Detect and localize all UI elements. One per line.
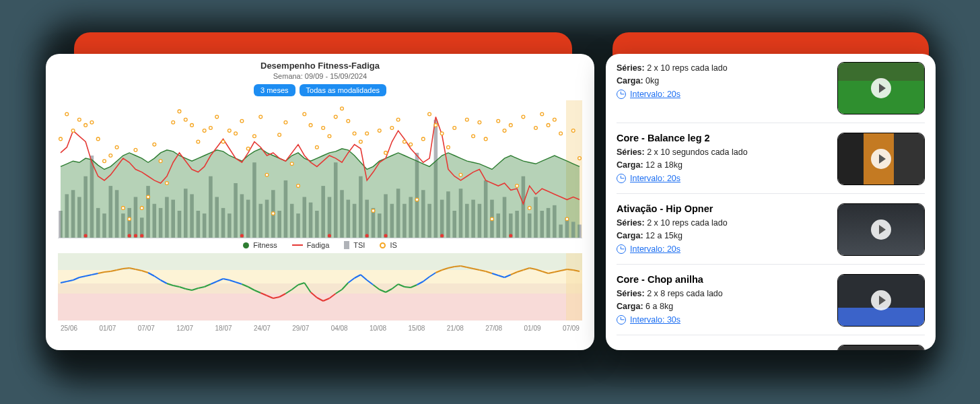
svg-rect-182	[58, 283, 582, 294]
exercise-item: Ativação - Hip OpnerSéries: 2 x 10 reps …	[617, 193, 925, 264]
interval-text: Intervalo: 20s	[630, 244, 680, 254]
svg-point-171	[134, 234, 137, 237]
fitness-fatigue-card: Desempenho Fitness-Fadiga Semana: 09/09 …	[46, 54, 594, 350]
svg-point-110	[215, 115, 219, 119]
series-label: Séries:	[617, 218, 645, 228]
exercise-title: Core - Balance leg 2	[617, 133, 828, 143]
svg-point-154	[491, 217, 494, 221]
svg-point-156	[503, 129, 506, 133]
svg-point-172	[140, 234, 143, 237]
x-tick: 27/08	[485, 325, 502, 332]
svg-point-162	[540, 112, 544, 116]
interval-link[interactable]: Intervalo: 20s	[617, 244, 828, 254]
svg-point-152	[478, 121, 481, 124]
svg-point-118	[265, 173, 269, 176]
svg-point-96	[128, 217, 131, 221]
svg-point-147	[447, 145, 450, 149]
exercise-video-thumb[interactable]	[837, 62, 925, 114]
exercise-video-thumb[interactable]	[837, 345, 925, 350]
svg-point-94	[115, 145, 118, 149]
chart-subtitle: Semana: 09/09 - 15/09/2024	[58, 72, 582, 80]
svg-point-150	[465, 118, 468, 121]
svg-point-131	[347, 119, 350, 123]
series-value: 2 x 8 reps cada lado	[647, 289, 723, 298]
svg-point-151	[472, 135, 475, 138]
exercise-item: Core - Chop anilhaSéries: 2 x 8 reps cad…	[617, 264, 925, 335]
x-tick: 25/06	[61, 325, 77, 332]
exercise-list-card: Séries: 2 x 10 reps cada ladoCarga: 0kgI…	[606, 54, 936, 350]
exercise-video-thumb[interactable]	[837, 203, 925, 256]
svg-point-101	[159, 160, 162, 163]
svg-point-115	[246, 147, 250, 150]
filter-modalities-chip[interactable]: Todas as modalidades	[300, 84, 386, 96]
svg-point-86	[65, 112, 69, 116]
svg-point-142	[415, 198, 419, 201]
svg-point-109	[209, 127, 213, 130]
svg-point-93	[109, 154, 112, 158]
interval-link[interactable]: Intervalo: 20s	[617, 90, 828, 99]
series-label: Séries:	[617, 147, 645, 157]
interval-link[interactable]: Intervalo: 30s	[617, 315, 828, 325]
filter-range-chip[interactable]: 3 meses	[254, 84, 295, 96]
svg-rect-183	[58, 294, 582, 321]
svg-point-129	[334, 115, 337, 119]
exercise-video-thumb[interactable]	[837, 133, 925, 185]
x-tick: 01/07	[99, 325, 116, 332]
svg-point-106	[190, 124, 194, 127]
x-tick: 10/08	[370, 325, 386, 332]
exercise-video-thumb[interactable]	[837, 274, 925, 327]
svg-point-120	[278, 133, 281, 137]
svg-point-157	[509, 124, 512, 127]
svg-point-166	[565, 217, 569, 221]
svg-point-132	[353, 132, 356, 135]
svg-point-85	[59, 137, 63, 141]
carga-label: Carga:	[617, 76, 643, 86]
svg-point-112	[228, 129, 231, 133]
svg-point-137	[384, 152, 388, 155]
svg-point-165	[559, 132, 563, 135]
svg-point-125	[309, 124, 312, 127]
carga-label: Carga:	[617, 160, 643, 170]
svg-point-88	[77, 118, 81, 121]
svg-point-173	[240, 234, 244, 237]
svg-point-123	[297, 184, 300, 188]
svg-point-126	[315, 145, 318, 149]
exercise-title: Ativação - Hip Opner	[617, 203, 828, 214]
svg-point-113	[234, 132, 238, 135]
svg-point-158	[516, 184, 519, 188]
svg-point-155	[497, 119, 500, 123]
svg-point-153	[484, 137, 487, 141]
svg-line-192	[104, 271, 110, 272]
svg-point-102	[166, 182, 169, 185]
svg-point-108	[203, 129, 206, 133]
svg-point-168	[578, 157, 582, 160]
svg-point-105	[184, 118, 187, 121]
svg-point-107	[197, 140, 200, 143]
exercise-title: Core - Chop anilha	[617, 274, 828, 285]
svg-point-124	[303, 112, 306, 116]
svg-point-160	[528, 207, 531, 210]
exercise-item: Core - Balance leg 2Séries: 2 x 10 segun…	[617, 123, 925, 193]
svg-point-148	[453, 127, 456, 130]
svg-point-104	[178, 110, 181, 113]
x-axis-ticks: 25/0601/0707/0712/0718/0724/0729/0704/08…	[58, 325, 582, 332]
svg-point-143	[421, 137, 425, 141]
chart-legend: Fitness Fadiga TSI IS	[58, 241, 582, 249]
svg-point-127	[322, 127, 325, 130]
x-tick: 07/09	[563, 325, 580, 332]
svg-point-87	[71, 129, 75, 133]
svg-point-159	[522, 115, 525, 119]
svg-point-92	[103, 160, 106, 163]
interval-link[interactable]: Intervalo: 20s	[617, 174, 828, 183]
svg-point-176	[384, 234, 387, 237]
svg-point-167	[571, 129, 575, 133]
svg-point-91	[96, 137, 100, 141]
chart-header: Desempenho Fitness-Fadiga Semana: 09/09 …	[58, 61, 582, 96]
svg-point-163	[547, 124, 550, 127]
chart-title: Desempenho Fitness-Fadiga	[58, 61, 582, 71]
carga-value: 12 a 18kg	[645, 160, 682, 170]
legend-is: IS	[390, 241, 396, 249]
x-tick: 24/07	[254, 325, 271, 332]
carga-label: Carga:	[617, 302, 643, 311]
svg-point-178	[509, 234, 512, 237]
